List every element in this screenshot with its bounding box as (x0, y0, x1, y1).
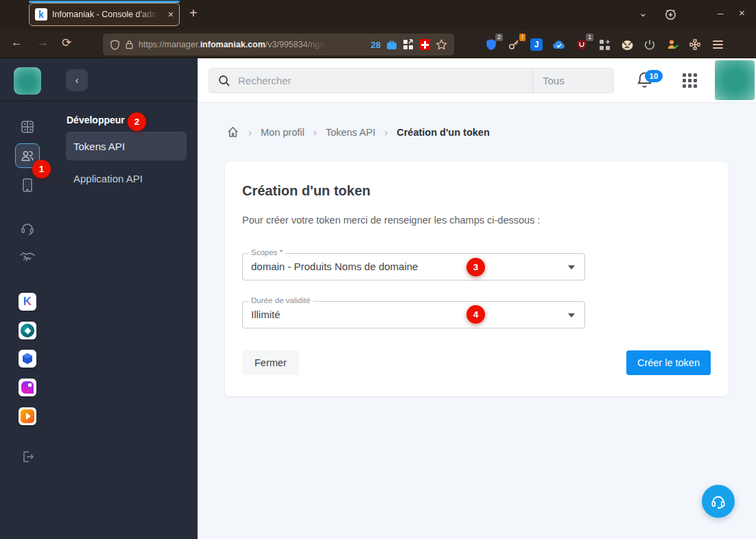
annotation-badge-2: 2 (128, 112, 146, 131)
new-tab-button[interactable]: + (189, 5, 198, 21)
breadcrumb: › Mon profil › Tokens API › Création d'u… (226, 125, 490, 139)
create-token-button[interactable]: Créer le token (626, 350, 711, 375)
products-icon[interactable] (19, 119, 36, 135)
ublock-shield-icon[interactable]: 1 (575, 38, 589, 51)
joplin-icon[interactable]: J (530, 38, 543, 51)
organization-logo[interactable] (14, 67, 41, 95)
swiss-flag-icon[interactable] (419, 39, 430, 50)
token-creation-card: Création d'un token Pour créer votre tok… (225, 162, 729, 396)
container-tab-count: 28 (371, 40, 381, 50)
collapse-panel-button[interactable]: ‹ (66, 69, 88, 91)
tab-close-icon[interactable]: × (168, 9, 174, 20)
minimize-button[interactable]: – (718, 7, 723, 19)
key-icon[interactable]: ! (507, 38, 521, 51)
briefcase-icon[interactable] (386, 40, 397, 50)
secondary-sidebar (55, 58, 198, 539)
browser-titlebar: k Infomaniak - Console d'adm × + ⌄ – × (0, 0, 756, 31)
breadcrumb-current: Création d'un token (397, 127, 490, 138)
headset-icon (709, 492, 727, 510)
back-icon[interactable]: ← (11, 36, 23, 49)
url-bar[interactable]: https://manager.infomaniak.com/v3/995834… (103, 34, 454, 56)
lock-icon[interactable] (125, 40, 134, 49)
users-icon (20, 148, 35, 163)
tab-list-chevron-icon[interactable]: ⌄ (639, 7, 648, 19)
chevron-down-icon (568, 265, 575, 270)
cloud-sync-icon[interactable] (552, 38, 566, 51)
kchat-app-icon[interactable] (19, 322, 36, 339)
breadcrumb-mon-profil[interactable]: Mon profil (261, 127, 305, 138)
kdrive-app-icon[interactable]: K (19, 293, 36, 311)
infomaniak-favicon: k (35, 8, 47, 21)
chevron-down-icon (568, 313, 575, 318)
validity-select[interactable]: Durée de validité Illimité (242, 301, 585, 328)
kmeet-app-icon[interactable] (19, 379, 36, 396)
apps-grid-icon[interactable] (683, 73, 698, 88)
extension-toolbar: 2 ! J 1 (484, 34, 724, 56)
partnership-handshake-icon[interactable] (19, 249, 36, 265)
menu-hamburger-icon[interactable] (711, 38, 724, 51)
logout-icon[interactable] (19, 448, 36, 465)
sidebar-item-tokens-api[interactable]: Tokens API (66, 132, 187, 160)
support-headset-icon[interactable] (19, 220, 36, 237)
global-search[interactable]: Tous (209, 68, 614, 93)
search-input[interactable] (238, 75, 526, 86)
close-button[interactable]: Fermer (242, 350, 299, 375)
split-view-icon[interactable] (403, 39, 414, 50)
close-window-button[interactable]: × (739, 7, 745, 19)
home-icon[interactable] (226, 125, 239, 139)
sidebar-divider (0, 101, 198, 101)
browser-tab[interactable]: k Infomaniak - Console d'adm × (29, 3, 180, 26)
building-icon[interactable] (19, 177, 36, 193)
search-icon (218, 75, 231, 87)
forward-icon[interactable]: → (37, 36, 49, 49)
privacy-badger-icon[interactable] (620, 38, 634, 51)
scopes-select[interactable]: Scopes * domain - Produits Noms de domai… (242, 253, 585, 280)
card-intro-text: Pour créer votre token merci de renseign… (242, 215, 540, 226)
extensions-grid-add-icon[interactable] (598, 38, 611, 51)
search-scope-select[interactable]: Tous (543, 69, 565, 93)
breadcrumb-tokens-api[interactable]: Tokens API (326, 127, 376, 138)
annotation-badge-1: 1 (32, 160, 51, 178)
puzzle-extensions-icon[interactable] (688, 38, 702, 51)
sidebar-item-application-api[interactable]: Application API (73, 173, 143, 184)
url-text: https://manager.infomaniak.com/v3/995834… (139, 40, 327, 49)
ksuite-app-icon[interactable] (19, 350, 36, 368)
power-button-icon[interactable] (643, 38, 657, 51)
validity-value: Illimité (251, 309, 281, 320)
bookmark-star-icon[interactable] (436, 39, 447, 50)
annotation-badge-3: 3 (466, 258, 485, 276)
tracking-shield-icon[interactable] (110, 40, 120, 50)
reload-icon[interactable]: ⟳ (62, 36, 71, 50)
alarm-clock-icon[interactable] (664, 8, 677, 23)
search-filter-divider (532, 69, 533, 93)
page-title: Création d'un token (242, 183, 370, 199)
validity-label: Durée de validité (248, 296, 313, 304)
account-check-icon[interactable] (665, 38, 679, 51)
notification-count-badge: 10 (645, 70, 663, 82)
vod-app-icon[interactable] (19, 407, 36, 425)
tab-title: Infomaniak - Console d'adm (52, 10, 158, 19)
password-manager-shield-icon[interactable]: 2 (484, 38, 498, 51)
annotation-badge-4: 4 (466, 305, 485, 324)
support-fab-button[interactable] (702, 485, 735, 518)
scopes-value: domain - Produits Noms de domaine (251, 261, 418, 272)
user-avatar[interactable] (715, 60, 755, 100)
scopes-label: Scopes * (248, 248, 285, 256)
panel-title: Développeur (67, 115, 125, 125)
